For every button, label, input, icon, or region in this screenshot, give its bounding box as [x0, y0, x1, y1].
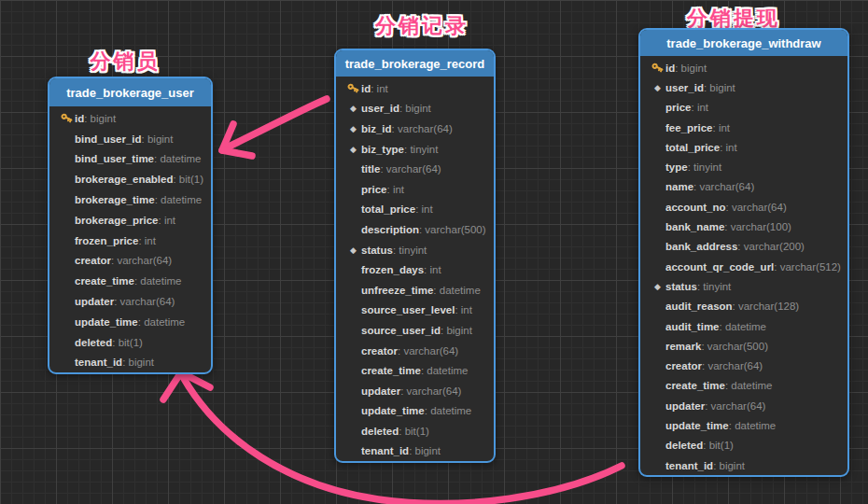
- field-row-deleted: deleted: bit(1): [640, 436, 847, 455]
- field-row-creator: creator: varchar(64): [49, 251, 211, 272]
- field-name: source_user_id: [361, 325, 441, 336]
- field-type: : bit(1): [173, 174, 203, 185]
- field-name: brokerage_price: [75, 215, 159, 226]
- field-row-unfreeze_time: unfreeze_time: datetime: [336, 280, 494, 301]
- field-row-deleted: deleted: bit(1): [336, 421, 494, 441]
- field-type: : datetime: [725, 380, 773, 391]
- field-name: brokerage_enabled: [75, 174, 173, 185]
- field-row-id: id: bigint: [640, 58, 847, 77]
- table-fields: id: bigint◆user_id: bigintprice: intfee_…: [640, 56, 847, 475]
- field-type: : bigint: [409, 445, 441, 456]
- field-name: create_time: [361, 365, 421, 376]
- field-type: : varchar(64): [702, 360, 763, 371]
- table-label-record[interactable]: 分销记录: [375, 12, 469, 40]
- table-node-trade-brokerage-withdraw[interactable]: trade_brokerage_withdraw id: bigint◆user…: [638, 28, 849, 477]
- diagram-canvas[interactable]: 分销员 分销记录 分销提现 trade_brokerage_user id: b…: [0, 0, 868, 504]
- field-row-deleted: deleted: bit(1): [49, 332, 211, 353]
- field-type: : datetime: [134, 275, 182, 287]
- field-type: : bigint: [142, 133, 174, 145]
- field-name: type: [665, 161, 688, 173]
- field-type: : datetime: [155, 194, 203, 205]
- field-name: fee_price: [665, 122, 713, 133]
- field-type: : bigint: [441, 325, 472, 336]
- table-node-trade-brokerage-user[interactable]: trade_brokerage_user id: bigintbind_user…: [48, 77, 213, 374]
- index-diamond-icon: ◆: [345, 145, 361, 154]
- field-row-title: title: varchar(64): [336, 159, 494, 179]
- field-type: : int: [713, 122, 731, 133]
- field-row-id: id: int: [336, 78, 494, 99]
- field-name: biz_id: [361, 123, 392, 134]
- field-type: : bit(1): [112, 337, 143, 348]
- field-row-creator: creator: varchar(64): [336, 341, 494, 361]
- field-name: id: [361, 83, 371, 94]
- field-type: : int: [415, 203, 433, 215]
- field-row-remark: remark: varchar(500): [640, 336, 847, 356]
- field-row-bind_user_id: bind_user_id: bigint: [49, 129, 211, 149]
- primary-key-icon: [347, 82, 359, 94]
- field-type: : int: [159, 215, 176, 226]
- field-type: : bit(1): [399, 426, 429, 437]
- field-type: : tinyint: [404, 144, 438, 155]
- table-title[interactable]: trade_brokerage_user: [49, 78, 211, 106]
- field-type: : varchar(512): [774, 261, 841, 273]
- field-row-user_id: ◆user_id: bigint: [336, 99, 494, 119]
- field-name: updater: [665, 400, 705, 412]
- field-name: description: [361, 224, 419, 235]
- field-row-brokerage_price: brokerage_price: int: [49, 210, 211, 231]
- table-node-trade-brokerage-record[interactable]: trade_brokerage_record id: int◆user_id: …: [334, 49, 496, 463]
- index-diamond-icon: ◆: [650, 83, 665, 92]
- field-row-update_time: update_time: datetime: [336, 401, 494, 422]
- field-type: : tinyint: [697, 281, 731, 292]
- field-name: status: [361, 245, 393, 256]
- field-row-create_time: create_time: datetime: [49, 271, 211, 291]
- field-name: status: [665, 281, 697, 292]
- field-type: : varchar(64): [111, 255, 172, 266]
- field-type: : varchar(500): [419, 224, 486, 235]
- field-type: : bigint: [704, 82, 735, 93]
- field-name: create_time: [665, 380, 725, 391]
- field-type: : int: [371, 83, 388, 94]
- field-row-total_price: total_price: int: [336, 200, 494, 220]
- field-row-type: type: tinyint: [640, 157, 847, 176]
- field-type: : datetime: [421, 365, 469, 376]
- field-type: : bit(1): [703, 440, 734, 451]
- field-row-description: description: varchar(500): [336, 219, 494, 240]
- field-type: : int: [424, 264, 441, 275]
- table-fields: id: bigintbind_user_id: bigintbind_user_…: [49, 106, 211, 372]
- field-type: : varchar(64): [392, 123, 453, 134]
- field-name: tenant_id: [75, 357, 122, 368]
- field-row-update_time: update_time: datetime: [49, 312, 211, 332]
- table-title[interactable]: trade_brokerage_withdraw: [640, 30, 847, 56]
- field-name: source_user_level: [361, 304, 455, 315]
- field-name: updater: [361, 385, 400, 397]
- field-name: update_time: [665, 420, 729, 431]
- field-type: : varchar(100): [724, 221, 791, 232]
- field-name: user_id: [361, 103, 399, 114]
- field-row-updater: updater: varchar(64): [49, 291, 211, 312]
- field-row-frozen_days: frozen_days: int: [336, 259, 494, 280]
- arrow-to-user-table-icon[interactable]: [222, 99, 327, 156]
- index-diamond-icon: ◆: [345, 104, 361, 113]
- field-name: title: [361, 163, 380, 175]
- field-name: update_time: [75, 316, 138, 328]
- field-type: : varchar(64): [380, 163, 441, 175]
- field-row-updater: updater: varchar(64): [336, 381, 494, 401]
- field-name: create_time: [75, 275, 134, 287]
- field-row-audit_reason: audit_reason: varchar(128): [640, 297, 847, 316]
- table-title[interactable]: trade_brokerage_record: [336, 50, 494, 77]
- field-row-create_time: create_time: datetime: [640, 376, 847, 396]
- field-name: bank_address: [665, 241, 737, 252]
- field-name: bind_user_id: [75, 133, 142, 145]
- field-type: : bigint: [122, 357, 154, 368]
- field-type: : bigint: [675, 63, 707, 74]
- field-type: : int: [692, 102, 709, 113]
- field-name: creator: [665, 360, 702, 371]
- field-type: : varchar(64): [400, 385, 461, 397]
- field-name: account_qr_code_url: [665, 261, 774, 273]
- field-type: : int: [138, 235, 156, 246]
- field-type: : varchar(64): [398, 345, 458, 357]
- field-row-biz_type: ◆biz_type: tinyint: [336, 139, 494, 160]
- field-row-update_time: update_time: datetime: [640, 415, 847, 435]
- field-row-status: ◆status: tinyint: [336, 240, 494, 260]
- table-label-user[interactable]: 分销员: [91, 48, 161, 76]
